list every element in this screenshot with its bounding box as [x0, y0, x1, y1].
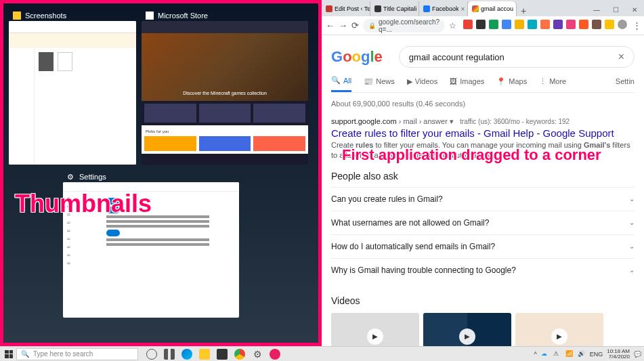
browser-tab[interactable]: Title Capitali×: [370, 1, 419, 16]
result-url: support.google.com › mail › answer ▾ tra…: [331, 117, 635, 126]
caret-down-icon[interactable]: ▾: [450, 117, 454, 125]
tab-maps[interactable]: 📍Maps: [496, 77, 527, 91]
play-icon: ▶: [367, 328, 383, 345]
cortana-icon[interactable]: [146, 349, 157, 360]
app-icon[interactable]: [270, 349, 280, 360]
paa-heading: People also ask: [331, 171, 635, 182]
search-query: gmail account regulation: [409, 52, 505, 62]
result-title-link[interactable]: Create rules to filter your emails - Gma…: [331, 127, 635, 139]
google-logo[interactable]: Google: [331, 48, 383, 66]
picks-label: Picks for you: [144, 128, 305, 135]
thumbnail-title: Settings: [79, 173, 106, 181]
extension-icon[interactable]: [592, 20, 601, 29]
browser-titlebar: Edit Post ‹ Te× Title Capitali× Facebook…: [322, 0, 644, 16]
close-button[interactable]: ✕: [625, 3, 644, 16]
paa-item[interactable]: How do I automatically send emails in Gm…: [331, 234, 635, 258]
search-icon: 🔍: [331, 76, 341, 85]
folder-icon: [13, 12, 21, 20]
search-tabs: 🔍All 📰News ▶Videos 🖼Images 📍Maps ⋮More S…: [331, 76, 635, 93]
gear-icon: ⚙: [67, 173, 75, 181]
chevron-down-icon: ⌄: [629, 219, 635, 226]
play-icon: ▶: [551, 328, 567, 345]
clear-search-icon[interactable]: ×: [618, 51, 624, 63]
forward-button[interactable]: →: [339, 20, 347, 32]
extension-icon[interactable]: [489, 20, 498, 29]
tab-close-icon[interactable]: ×: [461, 5, 465, 13]
menu-icon[interactable]: ⋮: [630, 20, 643, 32]
browser-tab-active[interactable]: gmail accou×: [468, 1, 517, 16]
tab-settings[interactable]: Settin: [616, 77, 635, 91]
tray-icon[interactable]: ⚠: [553, 350, 561, 358]
start-button[interactable]: [3, 348, 15, 360]
result-snippet: Create rules to filter your emails. You …: [331, 140, 635, 161]
extension-icon[interactable]: [502, 20, 511, 29]
paa-item[interactable]: Can you create rules in Gmail?⌄: [331, 187, 635, 211]
extension-icon[interactable]: [476, 20, 486, 29]
windows-icon: [5, 350, 13, 358]
extension-icon[interactable]: [553, 20, 563, 29]
tab-videos[interactable]: ▶Videos: [407, 77, 437, 91]
search-icon: 🔍: [21, 350, 29, 358]
image-icon: 🖼: [450, 77, 457, 85]
extension-icon[interactable]: [566, 20, 576, 29]
wifi-icon[interactable]: 📶: [565, 350, 574, 358]
settings-icon[interactable]: ⚙: [252, 349, 263, 360]
minimize-button[interactable]: —: [587, 3, 606, 16]
language-indicator[interactable]: ENG: [590, 351, 603, 358]
paa-item[interactable]: Why is Gmail having trouble connecting t…: [331, 258, 635, 282]
edge-icon[interactable]: [181, 349, 192, 360]
taskbar-search[interactable]: 🔍 Type here to search: [16, 348, 138, 360]
reload-button[interactable]: ⟳: [351, 20, 359, 32]
extension-icon[interactable]: [579, 20, 588, 29]
extension-icons: ⋮: [463, 20, 643, 32]
result-stats: About 69,900,000 results (0.46 seconds): [331, 100, 635, 108]
chevron-down-icon: ⌄: [629, 266, 635, 274]
news-icon: 📰: [364, 77, 373, 86]
browser-tab[interactable]: Edit Post ‹ Te×: [322, 1, 370, 16]
thumbnail-settings[interactable]: ⚙ Settings ▭▭▭ ▭▭▭ ▭▭▭: [63, 170, 313, 318]
star-icon[interactable]: ☆: [449, 21, 456, 30]
browser-toolbar: ← → ⟳ 🔒 google.com/search?q=... ☆ ⋮: [322, 16, 644, 35]
url-text: google.com/search?q=...: [379, 18, 439, 33]
paa-item[interactable]: What usernames are not allowed on Gmail?…: [331, 211, 635, 234]
play-icon: ▶: [459, 328, 475, 345]
explorer-icon[interactable]: [199, 349, 210, 360]
system-tray: ^ ☁ ⚠ 📶 🔊 ENG 10:18 AM 7/4/2020 💬: [534, 349, 641, 360]
chrome-icon[interactable]: [234, 349, 245, 360]
videos-carousel: ▶ 5:04 ▶ 1:42 ▶ 6:33: [331, 313, 635, 346]
thumbnail-screenshots[interactable]: Screenshots: [9, 9, 136, 165]
clock[interactable]: 10:18 AM 7/4/2020: [607, 349, 630, 360]
new-tab-button[interactable]: +: [517, 5, 530, 16]
video-result[interactable]: ▶ 1:42: [423, 313, 511, 346]
hero-text: Discover the Minecraft games collection: [183, 91, 267, 95]
extension-icon[interactable]: [463, 20, 473, 29]
extension-icon[interactable]: [605, 20, 614, 29]
search-placeholder: Type here to search: [33, 350, 93, 358]
volume-icon[interactable]: 🔊: [578, 350, 586, 358]
extension-icon[interactable]: [515, 20, 524, 29]
address-bar[interactable]: 🔒 google.com/search?q=...: [363, 19, 445, 33]
notifications-icon[interactable]: 💬: [634, 351, 641, 358]
videos-heading: Videos: [331, 295, 635, 306]
video-result[interactable]: ▶ 6:33: [515, 313, 603, 346]
avatar-icon[interactable]: [618, 20, 627, 29]
tab-news[interactable]: 📰News: [364, 77, 395, 91]
browser-tab[interactable]: Facebook×: [419, 1, 468, 16]
thumbnail-microsoft-store[interactable]: Microsoft Store Discover the Minecraft g…: [142, 9, 308, 165]
tab-more[interactable]: ⋮More: [539, 77, 566, 91]
tab-all[interactable]: 🔍All: [331, 76, 351, 92]
maximize-button[interactable]: ☐: [606, 3, 625, 16]
store-icon[interactable]: [217, 349, 228, 360]
back-button[interactable]: ←: [326, 20, 335, 32]
extension-icon[interactable]: [528, 20, 537, 29]
snap-assist-panel: Screenshots: [0, 0, 322, 346]
tray-up-icon[interactable]: ^: [534, 351, 536, 358]
video-result[interactable]: ▶ 5:04: [331, 313, 419, 346]
browser-window: Edit Post ‹ Te× Title Capitali× Facebook…: [322, 0, 644, 346]
tab-images[interactable]: 🖼Images: [450, 77, 484, 91]
extension-icon[interactable]: [540, 20, 550, 29]
tray-icon[interactable]: ☁: [541, 350, 549, 358]
search-input[interactable]: gmail account regulation ×: [399, 46, 635, 68]
task-view-icon[interactable]: [164, 349, 175, 360]
more-icon: ⋮: [539, 77, 546, 86]
